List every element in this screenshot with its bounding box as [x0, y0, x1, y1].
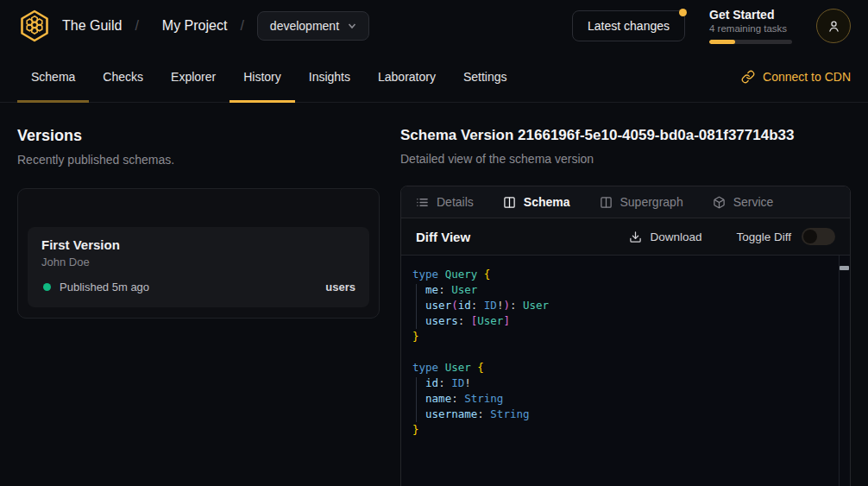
toggle-diff-switch[interactable] [802, 228, 835, 245]
version-name: First Version [41, 237, 355, 252]
tab-label: Checks [103, 70, 143, 84]
schema-version-subtitle: Detailed view of the schema version [400, 152, 851, 166]
hive-logo-icon[interactable] [17, 9, 52, 43]
tab-history[interactable]: History [230, 52, 295, 102]
versions-panel: Versions Recently published schemas. Fir… [0, 103, 397, 486]
detail-tab-label: Supergraph [620, 195, 683, 209]
project-nav: Schema Checks Explorer History Insights … [0, 52, 868, 103]
versions-list-card: First Version John Doe Published 5m ago … [17, 188, 380, 319]
breadcrumb-org[interactable]: The Guild [62, 18, 122, 34]
get-started-title: Get Started [709, 8, 792, 22]
get-started-subtitle: 4 remaining tasks [709, 23, 792, 34]
tab-checks[interactable]: Checks [89, 52, 157, 102]
tab-laboratory[interactable]: Laboratory [364, 52, 450, 102]
tab-underline [17, 100, 89, 103]
detail-tab-label: Service [733, 195, 774, 209]
get-started-progress-fill [709, 40, 735, 44]
download-icon [629, 230, 642, 243]
detail-tab-details[interactable]: Details [416, 195, 474, 209]
versions-subtitle: Recently published schemas. [17, 153, 380, 167]
breadcrumb-project[interactable]: My Project [162, 18, 228, 34]
tab-label: Schema [31, 70, 75, 84]
diff-view-title: Diff View [416, 230, 470, 244]
detail-tab-service[interactable]: Service [713, 195, 774, 209]
target-dropdown-value: development [270, 19, 339, 33]
versions-title: Versions [17, 127, 380, 145]
tab-label: Explorer [171, 70, 216, 84]
link-icon [741, 70, 755, 84]
notification-dot [679, 9, 687, 16]
tab-insights[interactable]: Insights [295, 52, 364, 102]
list-icon [416, 196, 429, 209]
target-dropdown[interactable]: development [257, 11, 369, 41]
latest-changes-label: Latest changes [588, 19, 670, 33]
connect-to-cdn-link[interactable]: Connect to CDN [741, 52, 851, 102]
diff-view-header: Diff View Download Toggle Diff [401, 218, 850, 256]
graphql-schema-code: type Query { me: User user(id: ID!): Use… [401, 256, 850, 449]
tab-schema[interactable]: Schema [17, 52, 89, 102]
columns-icon [600, 196, 613, 209]
version-author: John Doe [41, 256, 355, 268]
detail-tab-schema[interactable]: Schema [503, 195, 570, 209]
published-status-dot [43, 283, 51, 291]
main-content: Versions Recently published schemas. Fir… [0, 103, 868, 486]
version-detail-panel: Schema Version 2166196f-5e10-4059-bd0a-0… [397, 103, 868, 486]
detail-tab-supergraph[interactable]: Supergraph [600, 195, 683, 209]
version-status: Published 5m ago [60, 281, 149, 293]
tab-settings[interactable]: Settings [450, 52, 521, 102]
tab-label: Insights [309, 70, 350, 84]
scrollbar-track[interactable] [839, 256, 850, 486]
user-avatar[interactable] [816, 9, 851, 43]
latest-changes-button[interactable]: Latest changes [572, 10, 685, 41]
schema-code-editor[interactable]: type Query { me: User user(id: ID!): Use… [401, 256, 850, 486]
breadcrumb-separator: / [135, 18, 138, 34]
columns-icon [503, 196, 516, 209]
detail-tabbar: Details Schema Supergraph [401, 186, 850, 218]
breadcrumb-separator: / [240, 18, 243, 34]
tab-label: Laboratory [378, 70, 436, 84]
tab-underline [230, 100, 295, 103]
version-list-item[interactable]: First Version John Doe Published 5m ago … [28, 227, 369, 307]
connect-to-cdn-label: Connect to CDN [763, 70, 851, 84]
get-started-widget[interactable]: Get Started 4 remaining tasks [709, 8, 792, 44]
app-header: The Guild / My Project / development Lat… [0, 0, 868, 52]
schema-view-panel: Details Schema Supergraph [400, 186, 851, 486]
detail-tab-label: Schema [524, 195, 570, 209]
switch-knob [803, 230, 817, 243]
tab-label: History [243, 70, 281, 84]
download-label: Download [650, 230, 701, 243]
user-icon [827, 19, 841, 34]
detail-tab-label: Details [437, 195, 474, 209]
download-button[interactable]: Download [629, 230, 701, 243]
toggle-diff-label: Toggle Diff [736, 230, 791, 243]
indent-guide [416, 377, 417, 422]
cube-icon [713, 196, 726, 209]
tab-explorer[interactable]: Explorer [157, 52, 230, 102]
indent-guide [416, 284, 417, 329]
scrollbar-thumb[interactable] [840, 266, 849, 270]
chevron-down-icon [348, 22, 356, 30]
schema-version-title: Schema Version 2166196f-5e10-4059-bd0a-0… [400, 127, 851, 144]
get-started-progress [709, 40, 792, 44]
version-service-badge: users [325, 281, 355, 293]
tab-label: Settings [463, 70, 507, 84]
